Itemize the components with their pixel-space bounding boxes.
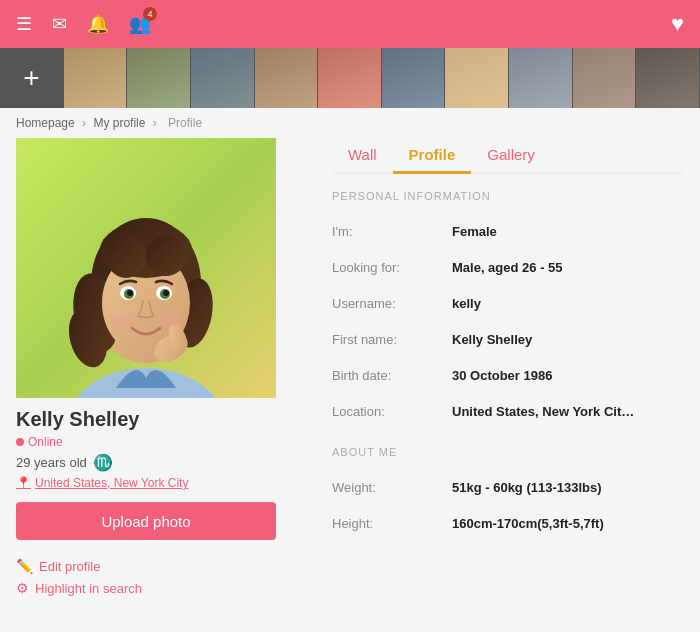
breadcrumb-sep2: › (153, 116, 157, 130)
firstname-value: Kelly Shelley (452, 332, 532, 347)
location-label: Location: (332, 404, 452, 419)
age-zodiac: 29 years old ♏ (16, 453, 316, 472)
friends-icon[interactable]: 👥 4 (129, 13, 151, 35)
strip-photo-1[interactable] (64, 48, 128, 108)
strip-photo-7[interactable] (445, 48, 509, 108)
strip-photo-2[interactable] (127, 48, 191, 108)
menu-icon[interactable]: ☰ (16, 13, 32, 35)
strip-photo-3[interactable] (191, 48, 255, 108)
gear-icon: ⚙ (16, 580, 29, 596)
location-value: United States, New York Cit… (452, 404, 634, 419)
pencil-icon: ✏️ (16, 558, 33, 574)
info-row-location: Location: United States, New York Cit… (332, 394, 684, 430)
messages-icon[interactable]: ✉ (52, 13, 67, 35)
info-row-username: Username: kelly (332, 286, 684, 322)
tab-gallery-label: Gallery (487, 146, 535, 163)
favorite-icon[interactable]: ♥ (671, 11, 684, 37)
online-dot (16, 438, 24, 446)
info-row-birthdate: Birth date: 30 October 1986 (332, 358, 684, 394)
info-row-height: Height: 160cm-170cm(5,3ft-5,7ft) (332, 506, 684, 542)
about-me-section: ABOUT ME Weight: 51kg - 60kg (113-133lbs… (332, 446, 684, 542)
highlight-search-label: Highlight in search (35, 581, 142, 596)
right-column: Wall Profile Gallery PERSONAL INFORMATIO… (316, 138, 684, 602)
photo-strip: + (0, 48, 700, 108)
info-row-weight: Weight: 51kg - 60kg (113-133lbs) (332, 470, 684, 506)
breadcrumb: Homepage › My profile › Profile (0, 108, 700, 138)
info-row-looking: Looking for: Male, aged 26 - 55 (332, 250, 684, 286)
main-layout: Kelly Shelley Online 29 years old ♏ 📍 Un… (0, 138, 700, 618)
profile-photo-container (16, 138, 276, 398)
weight-label: Weight: (332, 480, 452, 495)
top-navigation: ☰ ✉ 🔔 👥 4 ♥ (0, 0, 700, 48)
upload-photo-button[interactable]: Upload photo (16, 502, 276, 540)
tab-wall[interactable]: Wall (332, 138, 393, 172)
location-text: United States, New York City (35, 476, 188, 490)
edit-profile-label: Edit profile (39, 559, 100, 574)
info-row-gender: I'm: Female (332, 214, 684, 250)
birthdate-value: 30 October 1986 (452, 368, 552, 383)
info-row-firstname: First name: Kelly Shelley (332, 322, 684, 358)
tab-profile-label: Profile (409, 146, 456, 163)
breadcrumb-my-profile[interactable]: My profile (93, 116, 145, 130)
looking-label: Looking for: (332, 260, 452, 275)
about-me-title: ABOUT ME (332, 446, 684, 458)
svg-point-13 (127, 290, 133, 296)
strip-photo-4[interactable] (255, 48, 319, 108)
profile-tabs: Wall Profile Gallery (332, 138, 684, 174)
location-link[interactable]: 📍 United States, New York City (16, 476, 316, 490)
svg-point-14 (163, 290, 169, 296)
edit-profile-link[interactable]: ✏️ Edit profile (16, 558, 316, 574)
tab-profile[interactable]: Profile (393, 138, 472, 174)
svg-point-15 (110, 314, 134, 328)
tab-gallery[interactable]: Gallery (471, 138, 551, 172)
gender-value: Female (452, 224, 497, 239)
breadcrumb-profile: Profile (168, 116, 202, 130)
svg-point-21 (146, 236, 186, 276)
zodiac-symbol: ♏ (93, 453, 113, 472)
profile-photo-svg (16, 138, 276, 398)
birthdate-label: Birth date: (332, 368, 452, 383)
svg-point-20 (106, 234, 146, 278)
strip-photo-6[interactable] (382, 48, 446, 108)
left-column: Kelly Shelley Online 29 years old ♏ 📍 Un… (16, 138, 316, 602)
username-label: Username: (332, 296, 452, 311)
personal-info-title: PERSONAL INFORMATION (332, 190, 684, 202)
tab-wall-label: Wall (348, 146, 377, 163)
highlight-search-link[interactable]: ⚙ Highlight in search (16, 580, 316, 596)
gender-label: I'm: (332, 224, 452, 239)
looking-value: Male, aged 26 - 55 (452, 260, 563, 275)
weight-value: 51kg - 60kg (113-133lbs) (452, 480, 602, 495)
strip-photo-9[interactable] (573, 48, 637, 108)
strip-photo-5[interactable] (318, 48, 382, 108)
online-label: Online (28, 435, 63, 449)
height-label: Height: (332, 516, 452, 531)
age-text: 29 years old (16, 455, 87, 470)
profile-name: Kelly Shelley (16, 408, 316, 431)
height-value: 160cm-170cm(5,3ft-5,7ft) (452, 516, 604, 531)
firstname-label: First name: (332, 332, 452, 347)
personal-info-section: PERSONAL INFORMATION I'm: Female Looking… (332, 190, 684, 430)
breadcrumb-homepage[interactable]: Homepage (16, 116, 75, 130)
notifications-icon[interactable]: 🔔 (87, 13, 109, 35)
friends-badge: 4 (143, 7, 157, 21)
breadcrumb-sep1: › (82, 116, 86, 130)
location-pin-icon: 📍 (16, 476, 31, 490)
online-status: Online (16, 435, 316, 449)
strip-photo-10[interactable] (636, 48, 700, 108)
nav-left: ☰ ✉ 🔔 👥 4 (16, 13, 151, 35)
strip-photo-8[interactable] (509, 48, 573, 108)
add-photo-strip[interactable]: + (0, 48, 64, 108)
username-value: kelly (452, 296, 481, 311)
